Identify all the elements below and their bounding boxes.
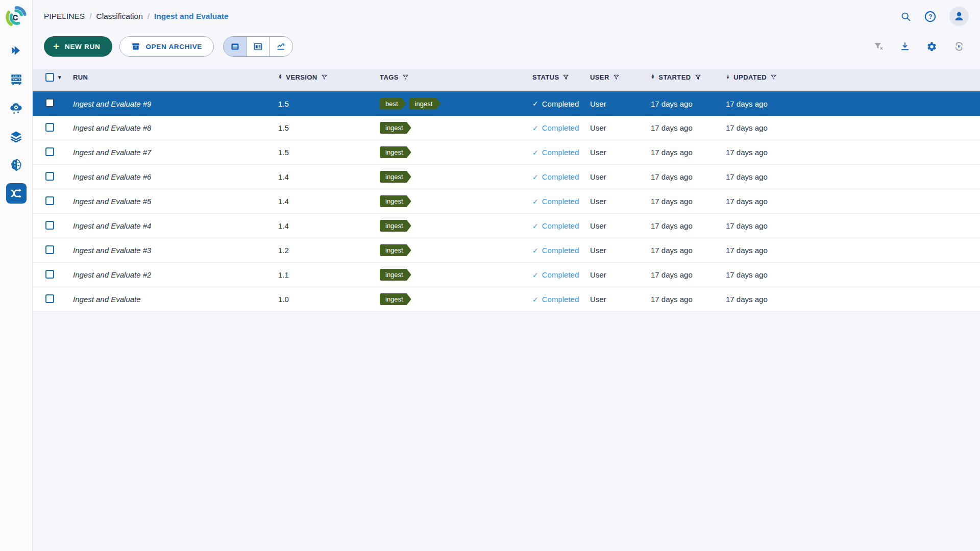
sort-icon[interactable]: ▲▼: [651, 74, 655, 80]
run-name[interactable]: Ingest and Evaluate #5: [73, 197, 278, 206]
sidebar-item-models[interactable]: [6, 155, 27, 175]
open-archive-button[interactable]: OPEN ARCHIVE: [119, 36, 214, 57]
column-header-updated[interactable]: ▲▼ UPDATED: [726, 73, 980, 81]
table-row[interactable]: Ingest and Evaluate #2 1.1 ingest ✓ Comp…: [33, 263, 980, 287]
sidebar-item-data-processing[interactable]: [6, 97, 27, 118]
column-header-user[interactable]: USER: [590, 73, 651, 81]
chart-view-icon: [276, 42, 286, 52]
tag-chip: ingest: [380, 220, 411, 232]
sidebar: c: [0, 0, 33, 551]
tag-chip: ingest: [380, 293, 411, 305]
row-checkbox[interactable]: [45, 98, 54, 107]
clear-filters-button[interactable]: [873, 41, 884, 52]
sidebar-item-pipelines[interactable]: [6, 183, 27, 204]
header-select-all[interactable]: ▾: [33, 73, 73, 82]
table-view-toggle[interactable]: [224, 37, 247, 56]
chevron-down-icon[interactable]: ▾: [58, 74, 61, 81]
run-tags: bestingest: [380, 98, 532, 110]
table-row[interactable]: Ingest and Evaluate #6 1.4 ingest ✓ Comp…: [33, 165, 980, 189]
chart-view-toggle[interactable]: [270, 37, 292, 56]
table-row[interactable]: Ingest and Evaluate #8 1.5 ingest ✓ Comp…: [33, 116, 980, 140]
sidebar-item-applications[interactable]: [6, 40, 27, 61]
run-tags: ingest: [380, 122, 532, 134]
status-label: Completed: [542, 123, 579, 132]
profile-button[interactable]: [949, 7, 969, 26]
table-body: Ingest and Evaluate #9 1.5 bestingest ✓ …: [33, 91, 980, 312]
check-icon: ✓: [532, 99, 538, 108]
table-row[interactable]: Ingest and Evaluate #3 1.2 ingest ✓ Comp…: [33, 238, 980, 263]
run-status: ✓ Completed: [532, 295, 590, 304]
sidebar-item-workers-queues[interactable]: [6, 69, 27, 89]
breadcrumb-project[interactable]: Classification: [96, 12, 142, 21]
column-header-tags[interactable]: TAGS: [380, 73, 532, 81]
run-name[interactable]: Ingest and Evaluate #8: [73, 123, 278, 132]
profile-icon: [953, 10, 965, 22]
column-header-run[interactable]: RUN: [73, 73, 278, 81]
row-checkbox[interactable]: [45, 172, 54, 181]
sort-desc-icon[interactable]: ▲▼: [726, 74, 730, 80]
run-name[interactable]: Ingest and Evaluate #7: [73, 148, 278, 157]
status-label: Completed: [542, 221, 579, 230]
run-name[interactable]: Ingest and Evaluate #6: [73, 172, 278, 181]
search-button[interactable]: [900, 11, 911, 22]
row-checkbox[interactable]: [45, 123, 54, 132]
run-name[interactable]: Ingest and Evaluate #9: [73, 99, 278, 108]
filter-icon[interactable]: [402, 74, 409, 81]
run-user: User: [590, 99, 651, 108]
check-icon: ✓: [532, 246, 538, 255]
auto-refresh-button[interactable]: [953, 41, 965, 52]
row-checkbox[interactable]: [45, 221, 54, 230]
run-started: 17 days ago: [651, 148, 726, 157]
run-updated: 17 days ago: [726, 123, 980, 132]
table-row[interactable]: Ingest and Evaluate #5 1.4 ingest ✓ Comp…: [33, 189, 980, 214]
filter-icon[interactable]: [613, 74, 620, 81]
new-run-button[interactable]: + NEW RUN: [44, 36, 112, 57]
row-checkbox[interactable]: [45, 147, 54, 156]
row-checkbox[interactable]: [45, 196, 54, 205]
layers-icon: [9, 130, 23, 143]
filter-icon[interactable]: [695, 74, 701, 81]
run-updated: 17 days ago: [726, 172, 980, 181]
check-icon: ✓: [532, 173, 538, 181]
filter-icon[interactable]: [321, 74, 328, 81]
sidebar-item-datasets[interactable]: [6, 126, 27, 146]
column-header-version[interactable]: ▲▼ VERSION: [278, 73, 380, 81]
clearml-logo[interactable]: c: [4, 4, 29, 29]
table-row[interactable]: Ingest and Evaluate #4 1.4 ingest ✓ Comp…: [33, 214, 980, 238]
status-label: Completed: [542, 148, 579, 157]
run-name[interactable]: Ingest and Evaluate #2: [73, 270, 278, 279]
select-all-checkbox[interactable]: [45, 73, 54, 82]
run-user: User: [590, 172, 651, 181]
breadcrumb-separator: /: [148, 12, 150, 21]
filter-icon[interactable]: [770, 74, 777, 81]
help-icon: ?: [924, 11, 936, 22]
row-checkbox[interactable]: [45, 294, 54, 303]
table-header: ▾ RUN ▲▼ VERSION TAGS STATUS USER: [33, 69, 980, 91]
table-row[interactable]: Ingest and Evaluate 1.0 ingest ✓ Complet…: [33, 287, 980, 312]
run-name[interactable]: Ingest and Evaluate #3: [73, 246, 278, 255]
column-label-user: USER: [590, 73, 609, 81]
table-row[interactable]: Ingest and Evaluate #9 1.5 bestingest ✓ …: [33, 91, 980, 116]
column-header-status[interactable]: STATUS: [532, 73, 590, 81]
run-updated: 17 days ago: [726, 295, 980, 304]
run-user: User: [590, 197, 651, 206]
run-started: 17 days ago: [651, 197, 726, 206]
sort-icon[interactable]: ▲▼: [278, 74, 282, 80]
row-checkbox[interactable]: [45, 270, 54, 279]
breadcrumb: PIPELINES / Classification / Ingest and …: [44, 12, 229, 21]
row-checkbox[interactable]: [45, 245, 54, 254]
settings-button[interactable]: [926, 41, 937, 52]
run-name[interactable]: Ingest and Evaluate #4: [73, 221, 278, 230]
run-tags: ingest: [380, 171, 532, 183]
help-button[interactable]: ?: [924, 11, 936, 22]
table-row[interactable]: Ingest and Evaluate #7 1.5 ingest ✓ Comp…: [33, 140, 980, 165]
column-header-started[interactable]: ▲▼ STARTED: [651, 73, 726, 81]
filter-icon[interactable]: [562, 74, 569, 81]
run-name[interactable]: Ingest and Evaluate: [73, 295, 278, 304]
card-view-toggle[interactable]: [247, 37, 270, 56]
view-toggle-group: [223, 36, 293, 57]
run-version: 1.0: [278, 295, 380, 304]
download-button[interactable]: [900, 41, 910, 52]
status-label: Completed: [542, 172, 579, 181]
cloud-gear-icon: [9, 101, 23, 115]
